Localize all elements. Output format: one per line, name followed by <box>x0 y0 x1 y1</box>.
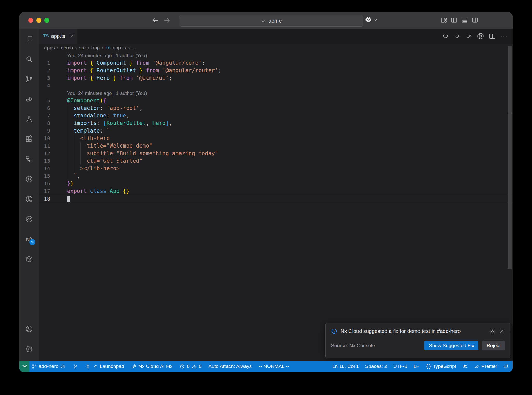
line-number: 10 <box>39 135 50 142</box>
activity-bar: N3 <box>19 29 39 361</box>
close-tab-icon[interactable] <box>69 34 74 39</box>
status-item-vim-mode[interactable]: -- NORMAL -- <box>259 364 289 369</box>
notification-close-icon[interactable] <box>499 328 505 334</box>
code-line-1: 1import { Component } from '@angular/cor… <box>39 59 513 67</box>
breadcrumb-item-demo[interactable]: demo <box>61 45 73 51</box>
breadcrumb-file[interactable]: app.ts <box>113 45 126 51</box>
braces-icon: {} <box>425 364 431 369</box>
sidebar-item-search[interactable] <box>25 55 33 63</box>
navigate-back-icon[interactable] <box>151 16 159 24</box>
sidebar-item-extensions[interactable] <box>25 135 33 143</box>
panel-right-icon[interactable] <box>471 17 478 24</box>
commit-graph-circle-icon[interactable] <box>477 32 484 40</box>
tab-bar: TS app.ts <box>39 29 513 44</box>
status-text: add-hero <box>39 364 58 369</box>
line-number: 17 <box>39 187 50 195</box>
sidebar-item-commit-graph[interactable] <box>25 175 33 183</box>
edge-browser-icon <box>25 215 33 223</box>
search-icon <box>25 55 33 63</box>
status-item-git-branch[interactable]: add-hero <box>31 364 66 369</box>
sidebar-item-source-control[interactable] <box>25 75 33 83</box>
code-text: imports: [RouterOutlet, Hero], <box>67 120 172 127</box>
notification-source: Source: Nx Console <box>331 343 424 348</box>
status-item-notifications[interactable] <box>503 364 509 369</box>
panel-left-icon[interactable] <box>451 17 458 24</box>
tab-app-ts[interactable]: TS app.ts <box>39 29 77 44</box>
status-item-commit-graph-status[interactable] <box>73 364 78 369</box>
sidebar-item-nx-console[interactable]: N3 <box>25 235 33 243</box>
scrollbar-thumb[interactable] <box>508 46 512 269</box>
code-text: title="Welcmoe demo" <box>67 142 152 150</box>
breadcrumb-item-src[interactable]: src <box>79 45 85 51</box>
sidebar-item-edge-browser[interactable] <box>25 215 33 223</box>
panel-bottom-icon[interactable] <box>461 17 468 24</box>
status-item-indentation[interactable]: Spaces: 2 <box>365 364 387 369</box>
status-item-copilot-status[interactable] <box>462 364 468 369</box>
sidebar-item-accounts[interactable] <box>25 325 33 333</box>
sidebar-item-explorer[interactable] <box>25 35 33 43</box>
status-item-auto-attach[interactable]: Auto Attach: Always <box>208 364 252 369</box>
breadcrumb: apps›demo›src›app›TSapp.ts›... <box>39 44 513 52</box>
chevron-right-icon: › <box>88 45 89 51</box>
status-item-encoding[interactable]: UTF-8 <box>393 364 407 369</box>
layout-customize-icon[interactable] <box>440 17 447 24</box>
zoom-window-button[interactable] <box>44 18 49 23</box>
reject-button[interactable]: Reject <box>482 341 505 350</box>
scrollbar-cursor-mark <box>508 114 512 114</box>
line-number: 8 <box>39 120 50 127</box>
editor[interactable]: You, 24 minutes ago | 1 author (You)1imp… <box>39 52 513 361</box>
code-line-14: 14 ></lib-hero> <box>39 165 513 172</box>
status-item-cursor-position[interactable]: Ln 18, Col 1 <box>332 364 359 369</box>
prev-change-icon[interactable] <box>442 32 449 40</box>
double-check-icon <box>474 364 480 369</box>
code-text: export class App {} <box>67 187 129 195</box>
notification-settings-gear-icon[interactable] <box>489 328 496 334</box>
copilot-icon <box>462 364 468 369</box>
line-number: 15 <box>39 172 50 180</box>
open-changes-icon[interactable] <box>453 32 461 40</box>
notification-toast: Nx Cloud suggested a fix for demo:test i… <box>325 323 510 358</box>
commit-graph-search-icon <box>25 195 33 203</box>
sidebar-item-run-and-debug[interactable] <box>25 95 33 103</box>
sidebar-item-testing[interactable] <box>25 115 33 123</box>
breadcrumb-item-app[interactable]: app <box>91 45 100 51</box>
status-item-launchpad[interactable]: Launchpad <box>85 364 124 369</box>
code-line-17: 17export class App {} <box>39 187 513 195</box>
code-area: You, 24 minutes ago | 1 author (You)1imp… <box>39 52 513 203</box>
blame-annotation: You, 24 minutes ago | 1 author (You) <box>39 52 513 59</box>
next-change-icon[interactable] <box>465 32 473 40</box>
notification-title: Nx Cloud suggested a fix for demo:test i… <box>341 328 486 334</box>
copilot-menu-button[interactable] <box>364 16 378 24</box>
status-item-nx-cloud-ai-fix[interactable]: Nx Cloud AI Fix <box>131 364 172 369</box>
sidebar-item-manage-settings[interactable] <box>25 345 33 353</box>
command-center-search[interactable]: acme <box>179 15 363 27</box>
rocket-small-icon <box>92 364 98 369</box>
status-item-problems[interactable]: 00 <box>179 364 201 369</box>
more-actions-icon[interactable] <box>500 32 508 40</box>
code-line-11: 11 title="Welcmoe demo" <box>39 142 513 150</box>
breadcrumb-overflow[interactable]: ... <box>132 45 136 51</box>
blame-text: You, 24 minutes ago | 1 author (You) <box>67 52 147 59</box>
breadcrumb-item-apps[interactable]: apps <box>44 45 55 51</box>
show-suggested-fix-button[interactable]: Show Suggested Fix <box>424 341 478 350</box>
manage-settings-icon <box>25 345 33 353</box>
navigate-forward-icon[interactable] <box>163 16 171 24</box>
sidebar-item-commit-graph-search[interactable] <box>25 195 33 203</box>
minimize-window-button[interactable] <box>36 18 41 23</box>
status-item-language-mode[interactable]: {}TypeScript <box>425 364 456 369</box>
chevron-right-icon: › <box>102 45 104 51</box>
sidebar-item-project-diagram[interactable] <box>25 155 33 163</box>
testing-icon <box>25 115 33 123</box>
line-number: 14 <box>39 165 50 172</box>
status-item-eol[interactable]: LF <box>414 364 419 369</box>
editor-actions <box>442 32 508 40</box>
vscode-window: acme N3 TS app.ts apps›demo›src›app›TSap… <box>19 12 513 372</box>
sidebar-item-containers[interactable] <box>25 255 33 263</box>
code-text: standalone: true, <box>67 112 129 120</box>
remote-indicator[interactable]: >< <box>19 361 29 372</box>
status-item-formatter-prettier[interactable]: Prettier <box>474 364 497 369</box>
close-window-button[interactable] <box>28 18 33 23</box>
layout-controls <box>440 17 478 24</box>
line-number: 18 <box>39 195 50 203</box>
split-editor-icon[interactable] <box>488 32 496 40</box>
